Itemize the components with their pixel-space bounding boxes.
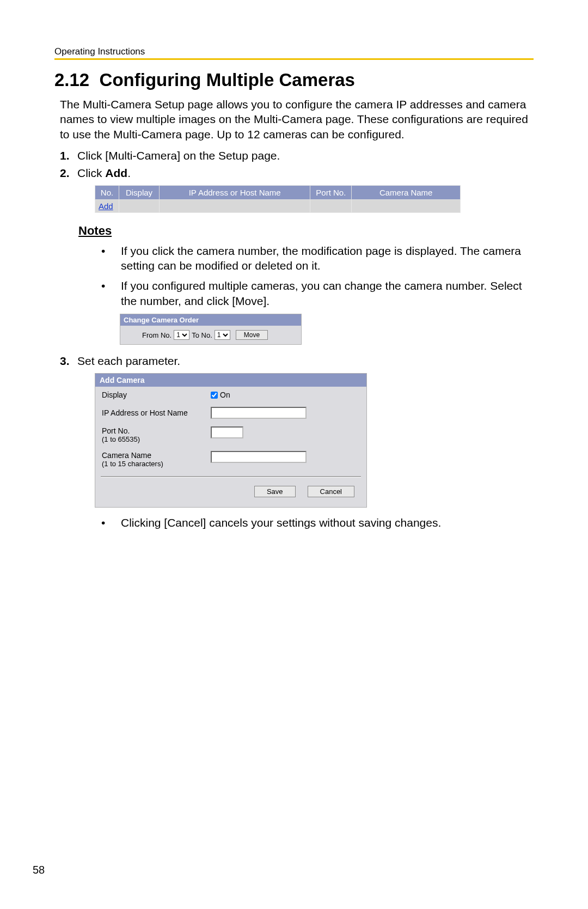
step-text: Click Add. <box>77 167 534 180</box>
note-item: If you configured multiple cameras, you … <box>101 278 534 308</box>
col-no: No. <box>95 185 119 199</box>
port-label: Port No. <box>102 426 130 435</box>
notes-list: If you click the camera number, the modi… <box>101 243 534 308</box>
order-panel-title: Change Camera Order <box>120 314 301 326</box>
order-panel-body: From No. 1 To No. 1 Move <box>120 326 301 344</box>
add-camera-panel: Add Camera Display On IP Address or Host… <box>95 373 367 508</box>
ip-input[interactable] <box>211 407 307 419</box>
to-select[interactable]: 1 <box>215 330 230 340</box>
cancel-note: Clicking [Cancel] cancels your settings … <box>101 515 534 530</box>
step-text: Click [Multi-Camera] on the Setup page. <box>77 149 534 162</box>
step-suffix: . <box>127 167 131 179</box>
step-text: Set each parameter. <box>77 355 534 368</box>
step-number: 3. <box>60 355 77 368</box>
col-name: Camera Name <box>352 185 461 199</box>
name-hint: (1 to 15 characters) <box>102 460 211 468</box>
port-row: Port No. (1 to 65535) <box>95 423 366 447</box>
ip-row: IP Address or Host Name <box>95 403 366 423</box>
name-row: Camera Name (1 to 15 characters) <box>95 447 366 472</box>
step-number: 2. <box>60 167 77 180</box>
add-link[interactable]: Add <box>99 202 113 211</box>
col-port: Port No. <box>310 185 352 199</box>
to-label: To No. <box>192 331 212 339</box>
step-number: 1. <box>60 149 77 162</box>
doc-title: Operating Instructions <box>54 46 145 57</box>
note-text: If you configured multiple cameras, you … <box>121 278 534 308</box>
section-number: 2.12 <box>54 70 89 90</box>
step-prefix: Click <box>77 167 105 179</box>
step-1: 1. Click [Multi-Camera] on the Setup pag… <box>60 149 534 162</box>
camera-name-input[interactable] <box>211 451 307 463</box>
port-input[interactable] <box>211 426 243 438</box>
change-camera-order-panel: Change Camera Order From No. 1 To No. 1 … <box>120 314 302 345</box>
step-2: 2. Click Add. <box>60 167 534 180</box>
cancel-note-text: Clicking [Cancel] cancels your settings … <box>121 515 441 530</box>
button-row: Save Cancel <box>95 481 366 507</box>
cancel-note-list: Clicking [Cancel] cancels your settings … <box>101 515 534 530</box>
section-heading: 2.12 Configuring Multiple Cameras <box>54 70 534 90</box>
section-title: Configuring Multiple Cameras <box>100 70 355 90</box>
col-ip: IP Address or Host Name <box>159 185 310 199</box>
intro-paragraph: The Multi-Camera Setup page allows you t… <box>60 97 534 142</box>
note-text: If you click the camera number, the modi… <box>121 243 534 273</box>
page-number: 58 <box>33 864 45 876</box>
steps-list-cont: 3. Set each parameter. <box>60 355 534 368</box>
port-hint: (1 to 65535) <box>102 435 211 443</box>
col-display: Display <box>119 185 159 199</box>
camera-table: No. Display IP Address or Host Name Port… <box>95 185 461 213</box>
step-3: 3. Set each parameter. <box>60 355 534 368</box>
notes-heading: Notes <box>78 224 534 238</box>
from-label: From No. <box>142 331 171 339</box>
add-keyword: Add <box>105 167 127 179</box>
display-on-checkbox[interactable] <box>211 392 218 399</box>
ip-label: IP Address or Host Name <box>102 408 211 417</box>
separator <box>101 476 361 477</box>
add-panel-title: Add Camera <box>95 374 366 387</box>
cancel-button[interactable]: Cancel <box>308 486 354 497</box>
display-label: Display <box>102 391 211 399</box>
move-button[interactable]: Move <box>236 330 268 340</box>
note-item: If you click the camera number, the modi… <box>101 243 534 273</box>
steps-list: 1. Click [Multi-Camera] on the Setup pag… <box>60 149 534 180</box>
display-row: Display On <box>95 387 366 403</box>
name-label: Camera Name <box>102 451 151 460</box>
from-select[interactable]: 1 <box>174 330 189 340</box>
table-row: Add <box>95 199 461 212</box>
header-bar: Operating Instructions <box>54 46 534 60</box>
save-button[interactable]: Save <box>254 486 296 497</box>
camera-table-figure: No. Display IP Address or Host Name Port… <box>95 185 534 213</box>
on-label: On <box>220 391 230 399</box>
